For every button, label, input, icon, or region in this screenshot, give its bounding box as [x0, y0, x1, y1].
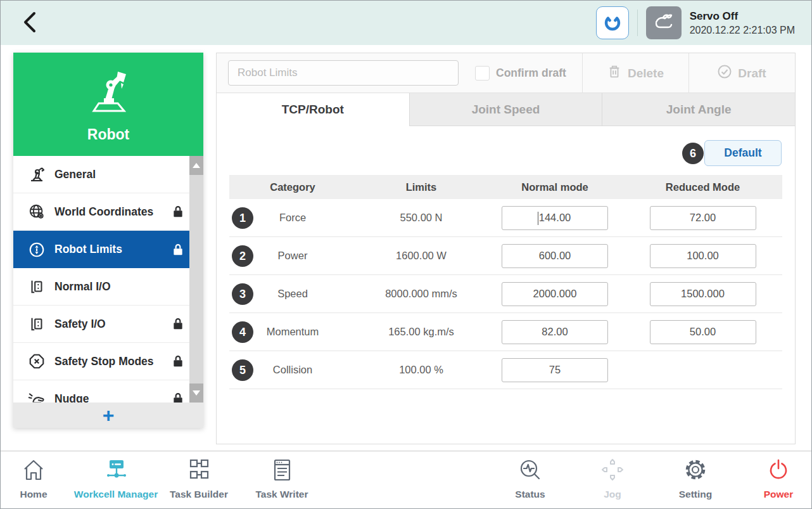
table-row-power: 2 Power 1600.00 W	[229, 237, 782, 275]
tab-joint-speed[interactable]: Joint Speed	[409, 93, 602, 126]
sidebar-item-safety-stop-modes[interactable]: Safety Stop Modes	[13, 343, 203, 380]
task-builder-icon	[186, 458, 212, 486]
sidebar-menu: General World Coordinates	[13, 156, 203, 403]
momentum-reduced-input[interactable]	[650, 320, 756, 344]
lock-icon	[172, 205, 184, 219]
sidebar-item-general[interactable]: General	[13, 156, 203, 193]
globe-icon	[27, 202, 46, 221]
callout-badge-5: 5	[232, 359, 253, 381]
draft-label: Draft	[738, 67, 766, 81]
limit-cell: 165.00 kg.m/s	[356, 326, 486, 338]
table-row-force: 1 Force 550.00 N	[229, 199, 782, 237]
back-button[interactable]	[17, 8, 46, 37]
default-button[interactable]: Default	[704, 140, 782, 166]
draft-button[interactable]: Draft	[688, 53, 795, 93]
robot-sidebar: Robot General	[13, 53, 203, 428]
confirm-draft-label: Confirm draft	[496, 67, 566, 80]
triangle-up-icon	[193, 163, 200, 168]
callout-badge-1: 1	[232, 207, 253, 229]
plus-icon: +	[103, 405, 115, 425]
column-header-reduced-mode: Reduced Mode	[623, 181, 782, 193]
nav-power[interactable]: Power	[725, 458, 812, 500]
nav-label: Task Builder	[170, 489, 228, 500]
nav-label: Setting	[679, 489, 713, 500]
table-header-row: Category Limits Normal mode Reduced Mode	[229, 175, 782, 199]
limits-tabs: TCP/Robot Joint Speed Joint Angle	[217, 93, 795, 126]
limit-cell: 100.00 %	[356, 364, 486, 376]
divider	[637, 10, 638, 36]
callout-badge-4: 4	[232, 321, 253, 343]
sidebar-item-label: Robot Limits	[54, 243, 122, 256]
sidebar-item-normal-io[interactable]: Normal I/O	[13, 268, 203, 306]
sidebar-title: Robot	[87, 126, 129, 143]
force-normal-input[interactable]	[502, 206, 608, 230]
nav-task-writer[interactable]: Task Writer	[228, 458, 336, 500]
lock-icon	[172, 317, 184, 331]
servo-status-block: Servo Off 2020.12.22 2:21:03 PM	[690, 10, 795, 36]
scroll-down-button[interactable]	[189, 383, 203, 403]
lock-icon	[172, 354, 184, 368]
delete-button[interactable]: Delete	[582, 53, 688, 93]
normal-mode-cell	[486, 320, 623, 344]
top-bar: Servo Off 2020.12.22 2:21:03 PM	[1, 1, 811, 45]
workcell-icon	[103, 458, 129, 486]
item-header-strip: Confirm draft Delete	[217, 53, 795, 93]
item-name-input[interactable]	[228, 60, 459, 86]
stop-icon	[27, 352, 46, 371]
power-icon	[765, 458, 792, 486]
sidebar-item-label: Normal I/O	[54, 280, 111, 293]
column-header-normal-mode: Normal mode	[486, 181, 623, 193]
reduced-mode-cell	[623, 244, 782, 268]
callout-badge-2: 2	[232, 245, 253, 267]
chevron-left-icon	[18, 29, 46, 38]
sidebar-item-label: Safety I/O	[54, 318, 106, 331]
column-header-limits: Limits	[356, 181, 486, 193]
speed-normal-input[interactable]	[502, 282, 608, 306]
bottom-navigation: Home Workcell Manager	[1, 451, 811, 508]
tab-joint-angle[interactable]: Joint Angle	[602, 93, 795, 126]
tab-tcp-robot[interactable]: TCP/Robot	[217, 93, 409, 126]
momentum-normal-input[interactable]	[502, 320, 608, 344]
nav-label: Status	[515, 489, 545, 500]
hand-guide-icon[interactable]	[646, 6, 682, 39]
jog-icon	[599, 458, 626, 486]
sidebar-item-safety-io[interactable]: Safety I/O	[13, 306, 203, 343]
sidebar-header: Robot	[13, 53, 203, 156]
power-normal-input[interactable]	[502, 244, 608, 268]
delete-label: Delete	[628, 67, 664, 81]
nav-label: Task Writer	[256, 489, 308, 500]
scroll-up-button[interactable]	[189, 156, 203, 175]
lock-icon	[172, 243, 184, 257]
workcell-manager-window: Servo Off 2020.12.22 2:21:03 PM Robot	[0, 0, 812, 509]
normal-mode-cell	[486, 244, 623, 268]
nav-label: Jog	[604, 489, 621, 500]
nav-label: Power	[764, 489, 794, 500]
gripper-tool-button[interactable]	[596, 6, 629, 39]
table-row-momentum: 4 Momentum 165.00 kg.m/s	[229, 313, 782, 351]
reduced-mode-cell	[623, 320, 782, 344]
add-workcell-item-button[interactable]: +	[13, 403, 203, 428]
check-circle-icon	[717, 64, 732, 82]
speed-reduced-input[interactable]	[650, 282, 756, 306]
sidebar-item-label: Nudge	[54, 392, 89, 403]
sidebar-item-label: General	[54, 168, 96, 181]
normal-mode-cell	[486, 206, 623, 230]
table-row-speed: 3 Speed 8000.000 mm/s	[229, 275, 782, 313]
collision-normal-input[interactable]	[502, 358, 608, 382]
confirm-draft-checkbox[interactable]	[475, 66, 490, 81]
power-reduced-input[interactable]	[650, 244, 756, 268]
home-icon	[20, 458, 47, 486]
sidebar-item-nudge[interactable]: Nudge	[13, 380, 203, 403]
reduced-mode-cell	[623, 206, 782, 230]
sidebar-item-robot-limits[interactable]: Robot Limits	[13, 231, 203, 268]
sidebar-scrollbar[interactable]	[189, 156, 203, 403]
table-row-collision: 5 Collision 100.00 %	[229, 351, 782, 389]
normal-mode-cell	[486, 358, 623, 382]
sidebar-item-world-coordinates[interactable]: World Coordinates	[13, 193, 203, 231]
nav-label: Home	[20, 489, 47, 500]
nudge-icon	[27, 389, 46, 403]
limit-cell: 8000.000 mm/s	[356, 288, 486, 300]
limit-cell: 550.00 N	[356, 212, 486, 224]
limit-cell: 1600.00 W	[356, 250, 486, 262]
force-reduced-input[interactable]	[650, 206, 756, 230]
